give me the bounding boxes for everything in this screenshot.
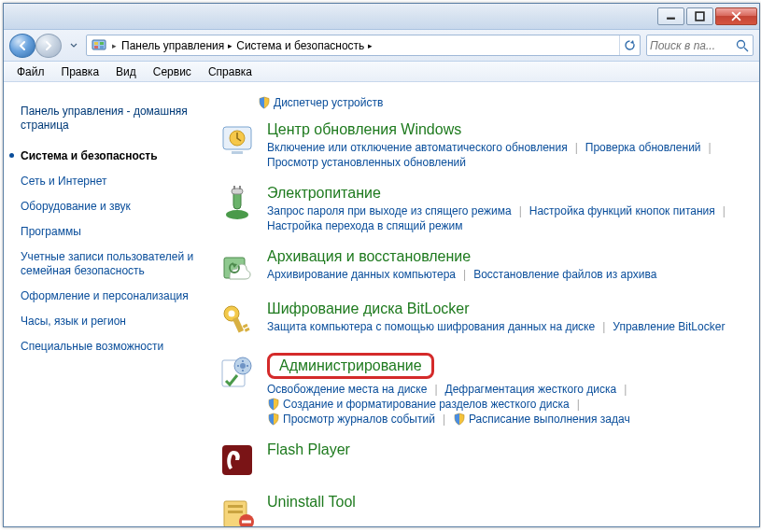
category-tasks: Защита компьютера с помощью шифрования д… [267,319,750,334]
menu-file[interactable]: Файл [9,63,52,81]
category-item: Шифрование диска BitLockerЗащита компьют… [209,301,750,338]
category-title[interactable]: Архивация и восстановление [267,248,750,265]
sidebar-item-hardware[interactable]: Оборудование и звук [21,194,202,219]
task-link[interactable]: Восстановление файлов из архива [473,267,656,282]
category-title[interactable]: Электропитание [267,185,750,202]
sidebar-item-system-security[interactable]: Система и безопасность [21,144,202,169]
sidebar-item-accessibility[interactable]: Специальные возможности [21,334,202,359]
breadcrumb-item[interactable]: Панель управления [121,39,224,52]
search-icon[interactable] [735,38,750,53]
category-item: Uninstall Tool [209,494,750,526]
minimize-button[interactable] [657,7,684,25]
address-bar[interactable]: ▸ Панель управления ▸ Система и безопасн… [86,35,641,56]
task-device-manager[interactable]: Диспетчер устройств [258,95,383,110]
task-link[interactable]: Включение или отключение автоматического… [267,140,568,155]
task-label: Проверка обновлений [585,141,701,154]
task-label: Управление BitLocker [613,320,725,333]
task-link[interactable]: Архивирование данных компьютера [267,267,456,282]
separator: | [723,204,726,217]
separator: | [434,383,437,396]
task-link[interactable]: Настройка перехода в спящий режим [267,218,462,233]
history-dropdown[interactable] [67,34,80,58]
category-tasks: Архивирование данных компьютера|Восстано… [267,267,750,282]
separator: | [463,268,466,281]
close-button[interactable] [715,7,757,25]
category-title[interactable]: Шифрование диска BitLocker [267,301,750,317]
category-item: Архивация и восстановлениеАрхивирование … [209,248,750,286]
category-item: Flash Player [209,441,750,479]
search-box[interactable] [646,35,754,56]
task-label: Настройка функций кнопок питания [529,204,715,217]
navigation-bar: ▸ Панель управления ▸ Система и безопасн… [4,30,759,62]
body: Панель управления - домашняя страница Си… [4,82,759,526]
separator: | [624,383,627,396]
svg-rect-31 [228,505,243,508]
breadcrumb-chevron[interactable]: ▸ [366,41,374,50]
svg-rect-32 [228,511,243,513]
task-link[interactable]: Освобождение места на диске [267,382,427,397]
category-title[interactable]: Администрирование [267,353,434,379]
svg-line-10 [744,48,748,51]
main-content: Диспетчер устройств Центр обновления Win… [209,82,759,526]
svg-point-14 [226,210,248,219]
sidebar-item-programs[interactable]: Программы [21,219,202,245]
task-link[interactable]: Проверка обновлений [585,140,701,155]
task-link[interactable]: Дефрагментация жесткого диска [445,382,617,397]
category-title[interactable]: Flash Player [267,441,750,458]
menu-help[interactable]: Справка [201,63,260,81]
backup-icon [218,248,256,286]
sidebar-item-clock[interactable]: Часы, язык и регион [21,309,202,334]
svg-rect-24 [243,324,248,329]
shield-icon [258,96,271,109]
category-body: Шифрование диска BitLockerЗащита компьют… [267,301,750,338]
menu-tools[interactable]: Сервис [146,63,199,81]
task-link[interactable]: Защита компьютера с помощью шифрования д… [267,319,595,334]
task-link[interactable]: Запрос пароля при выходе из спящего режи… [267,203,512,218]
task-link[interactable]: Расписание выполнения задач [453,412,630,427]
svg-rect-8 [100,46,104,49]
breadcrumb-item[interactable]: Система и безопасность [236,39,364,52]
maximize-button[interactable] [686,7,713,25]
sidebar-home[interactable]: Панель управления - домашняя страница [21,99,202,138]
category-body: АдминистрированиеОсвобождение места на д… [267,353,750,427]
task-label: Архивирование данных компьютера [267,268,456,281]
category-tasks: Включение или отключение автоматического… [267,140,750,170]
bitlocker-icon [218,301,256,338]
separator: | [577,398,580,411]
task-link[interactable]: Управление BitLocker [613,319,725,334]
menu-view[interactable]: Вид [108,63,144,81]
category-item: АдминистрированиеОсвобождение места на д… [209,353,750,427]
back-button[interactable] [9,34,35,58]
svg-point-28 [240,363,246,369]
category-body: ЭлектропитаниеЗапрос пароля при выходе и… [267,185,750,233]
admin-icon [218,353,256,390]
search-input[interactable] [650,39,735,52]
category-title[interactable]: Uninstall Tool [267,494,750,511]
task-label: Диспетчер устройств [274,96,383,109]
windows-update-icon [218,121,256,159]
task-link[interactable]: Настройка функций кнопок питания [529,203,715,218]
breadcrumb-chevron[interactable]: ▸ [110,41,119,50]
task-label: Запрос пароля при выходе из спящего режи… [267,204,512,217]
task-link[interactable]: Создание и форматирование разделов жестк… [267,397,570,412]
svg-rect-16 [232,189,243,194]
sidebar-item-users[interactable]: Учетные записи пользователей и семейная … [21,245,202,284]
task-link[interactable]: Просмотр журналов событий [267,412,435,427]
category-title[interactable]: Центр обновления Windows [267,121,750,138]
sidebar-item-network[interactable]: Сеть и Интернет [21,169,202,194]
forward-button[interactable] [35,34,62,58]
sidebar: Панель управления - домашняя страница Си… [4,82,209,526]
breadcrumb-chevron[interactable]: ▸ [226,41,234,50]
task-label: Расписание выполнения задач [469,413,630,426]
menu-edit[interactable]: Правка [54,63,107,81]
svg-point-9 [738,40,745,48]
refresh-button[interactable] [619,35,640,55]
sidebar-item-appearance[interactable]: Оформление и персонализация [21,284,202,309]
nav-arrows [9,34,62,58]
shield-icon [453,413,466,426]
task-link[interactable]: Просмотр установленных обновлений [267,155,466,170]
category-item: Центр обновления WindowsВключение или от… [209,121,750,170]
power-icon [218,185,256,222]
menu-bar: Файл Правка Вид Сервис Справка [4,62,759,82]
separator: | [709,141,712,154]
